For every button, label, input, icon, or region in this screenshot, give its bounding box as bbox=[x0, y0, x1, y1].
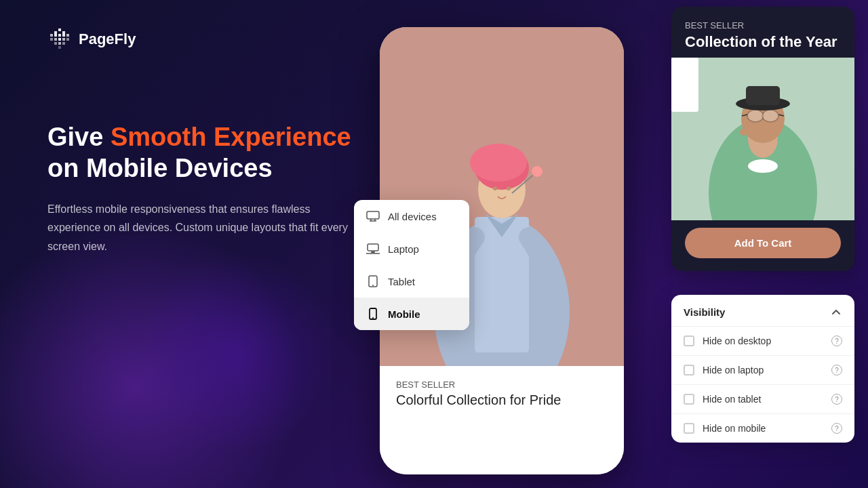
monitor-icon bbox=[366, 209, 380, 223]
dropdown-item-mobile[interactable]: Mobile bbox=[354, 298, 469, 330]
visibility-title: Visibility bbox=[684, 306, 725, 318]
bg-glow-2 bbox=[136, 251, 339, 454]
checkbox-hide-laptop[interactable] bbox=[684, 365, 694, 375]
product-card-btn-area: Add To Cart bbox=[671, 220, 854, 258]
laptop-icon bbox=[366, 242, 380, 256]
logo[interactable]: PageFly bbox=[47, 27, 136, 52]
dropdown-item-laptop[interactable]: Laptop bbox=[354, 232, 469, 265]
checkbox-hide-desktop[interactable] bbox=[684, 336, 694, 346]
visibility-option-desktop: Hide on desktop ? bbox=[671, 327, 854, 355]
svg-point-46 bbox=[747, 110, 764, 122]
svg-point-26 bbox=[532, 166, 542, 177]
logo-text: PageFly bbox=[79, 30, 136, 48]
svg-rect-1 bbox=[54, 31, 57, 34]
svg-point-47 bbox=[762, 110, 778, 122]
product-card-top: BEST SELLER Collection of the Year bbox=[671, 7, 854, 58]
svg-rect-27 bbox=[367, 211, 379, 219]
svg-point-52 bbox=[740, 129, 748, 136]
svg-point-35 bbox=[372, 285, 374, 286]
hide-mobile-label: Hide on mobile bbox=[703, 423, 823, 434]
phone-product-info: BEST SELLER Colorful Collection for Prid… bbox=[380, 366, 624, 474]
dropdown-label-tablet: Tablet bbox=[388, 276, 415, 287]
dropdown-item-all-devices[interactable]: All devices bbox=[354, 200, 469, 232]
product-card-title: Collection of the Year bbox=[685, 33, 841, 51]
bg-glow-1 bbox=[0, 217, 305, 488]
headline-suffix: on Mobile Devices bbox=[47, 154, 273, 182]
info-icon-mobile[interactable]: ? bbox=[831, 423, 842, 434]
svg-rect-45 bbox=[746, 86, 780, 105]
add-to-cart-button[interactable]: Add To Cart bbox=[685, 228, 841, 258]
headline: Give Smooth Experience on Mobile Devices bbox=[47, 122, 353, 184]
svg-point-23 bbox=[493, 186, 497, 190]
phone-product-title: Colorful Collection for Pride bbox=[396, 392, 608, 408]
svg-rect-13 bbox=[54, 42, 57, 45]
svg-rect-31 bbox=[368, 244, 378, 251]
phone-product-subtitle: BEST SELLER bbox=[396, 380, 608, 390]
hero-content: Give Smooth Experience on Mobile Devices… bbox=[47, 122, 353, 256]
svg-point-37 bbox=[372, 317, 374, 319]
svg-rect-33 bbox=[371, 251, 375, 253]
visibility-panel: Visibility Hide on desktop ? Hide on lap… bbox=[671, 295, 854, 443]
svg-rect-16 bbox=[58, 46, 61, 49]
hide-desktop-label: Hide on desktop bbox=[703, 336, 823, 346]
svg-point-41 bbox=[748, 159, 778, 173]
svg-rect-7 bbox=[58, 34, 61, 37]
svg-rect-40 bbox=[671, 58, 698, 112]
dropdown-label-mobile: Mobile bbox=[388, 308, 420, 320]
svg-rect-6 bbox=[66, 34, 69, 37]
checkbox-hide-tablet[interactable] bbox=[684, 394, 694, 405]
product-card: BEST SELLER Collection of the Year bbox=[671, 7, 854, 271]
product-card-image bbox=[671, 58, 854, 220]
device-dropdown[interactable]: All devices Laptop Tablet bbox=[354, 200, 469, 330]
hero-description: Effortless mobile responsiveness that en… bbox=[47, 200, 353, 256]
svg-rect-11 bbox=[62, 38, 65, 41]
mobile-icon bbox=[366, 307, 380, 321]
svg-rect-9 bbox=[54, 38, 57, 41]
svg-rect-10 bbox=[58, 38, 61, 41]
pagefly-logo-icon bbox=[47, 27, 72, 52]
visibility-header: Visibility bbox=[671, 295, 854, 327]
headline-highlight: Smooth Experience bbox=[111, 123, 351, 151]
visibility-option-tablet: Hide on tablet ? bbox=[671, 384, 854, 413]
svg-point-22 bbox=[470, 144, 527, 182]
svg-rect-15 bbox=[62, 42, 65, 45]
checkbox-hide-mobile[interactable] bbox=[684, 423, 694, 434]
svg-rect-0 bbox=[58, 28, 61, 31]
info-icon-laptop[interactable]: ? bbox=[831, 365, 842, 375]
info-icon-tablet[interactable]: ? bbox=[831, 394, 842, 405]
svg-rect-14 bbox=[58, 42, 61, 45]
visibility-option-laptop: Hide on laptop ? bbox=[671, 355, 854, 384]
svg-point-24 bbox=[507, 186, 511, 190]
info-icon-desktop[interactable]: ? bbox=[831, 336, 842, 346]
svg-rect-3 bbox=[50, 34, 53, 37]
chevron-up-icon[interactable] bbox=[830, 306, 842, 318]
svg-rect-5 bbox=[62, 34, 65, 37]
svg-rect-12 bbox=[66, 38, 69, 41]
svg-rect-8 bbox=[50, 38, 53, 41]
hide-tablet-label: Hide on tablet bbox=[703, 394, 823, 405]
hide-laptop-label: Hide on laptop bbox=[703, 365, 823, 375]
tablet-icon bbox=[366, 274, 380, 288]
dropdown-label-all-devices: All devices bbox=[388, 211, 437, 222]
product-card-badge: BEST SELLER bbox=[685, 20, 841, 30]
dropdown-item-tablet[interactable]: Tablet bbox=[354, 265, 469, 298]
svg-rect-2 bbox=[62, 31, 65, 34]
visibility-option-mobile: Hide on mobile ? bbox=[671, 413, 854, 443]
svg-rect-4 bbox=[54, 34, 57, 37]
dropdown-label-laptop: Laptop bbox=[388, 243, 419, 255]
headline-prefix: Give bbox=[47, 123, 111, 151]
product-model-illustration bbox=[671, 58, 854, 220]
